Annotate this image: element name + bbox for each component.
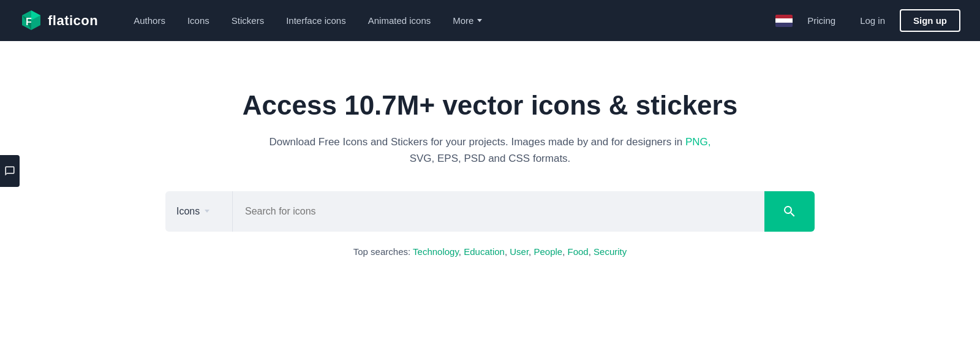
svg-text:F: F bbox=[26, 17, 32, 27]
search-button[interactable] bbox=[764, 191, 815, 232]
top-searches-label: Top searches: bbox=[353, 246, 410, 257]
nav-link-stickers[interactable]: Stickers bbox=[221, 0, 275, 41]
top-search-security[interactable]: Security bbox=[594, 246, 627, 257]
chevron-down-icon bbox=[477, 19, 482, 22]
nav-signup-button[interactable]: Sign up bbox=[900, 9, 960, 32]
search-bar: Icons bbox=[165, 191, 815, 232]
brand-logo-icon: F bbox=[20, 9, 43, 32]
search-icon bbox=[782, 204, 797, 219]
nav-link-interface-icons[interactable]: Interface icons bbox=[275, 0, 357, 41]
top-search-food[interactable]: Food bbox=[568, 246, 589, 257]
top-search-people[interactable]: People bbox=[533, 246, 562, 257]
nav-link-more[interactable]: More bbox=[442, 0, 493, 41]
nav-login-link[interactable]: Log in bbox=[850, 0, 895, 41]
hero-title: Access 10.7M+ vector icons & stickers bbox=[243, 90, 737, 121]
search-type-chevron-icon bbox=[205, 210, 209, 213]
nav-link-icons[interactable]: Icons bbox=[176, 0, 221, 41]
nav-link-authors[interactable]: Authors bbox=[123, 0, 176, 41]
hero-subtitle-png-link[interactable]: PNG, bbox=[685, 136, 711, 148]
nav-link-animated-icons[interactable]: Animated icons bbox=[357, 0, 442, 41]
hero-section: Access 10.7M+ vector icons & stickers Do… bbox=[0, 41, 980, 281]
navbar: F flaticon Authors Icons Stickers Interf… bbox=[0, 0, 980, 41]
feedback-icon bbox=[4, 165, 15, 177]
nav-pricing-link[interactable]: Pricing bbox=[797, 0, 845, 41]
brand-name: flaticon bbox=[48, 13, 98, 29]
hero-subtitle: Download Free Icons and Stickers for you… bbox=[257, 134, 723, 167]
nav-links: Authors Icons Stickers Interface icons A… bbox=[123, 0, 775, 41]
navbar-right: Pricing Log in Sign up bbox=[775, 0, 960, 41]
feedback-button[interactable] bbox=[0, 155, 20, 187]
brand-logo-link[interactable]: F flaticon bbox=[20, 9, 98, 32]
search-type-dropdown[interactable]: Icons bbox=[165, 191, 233, 232]
top-searches: Top searches: Technology, Education, Use… bbox=[353, 246, 627, 257]
search-type-label: Icons bbox=[176, 206, 200, 217]
top-search-education[interactable]: Education bbox=[464, 246, 505, 257]
top-search-technology[interactable]: Technology bbox=[413, 246, 459, 257]
top-search-user[interactable]: User bbox=[510, 246, 529, 257]
language-flag-icon[interactable] bbox=[775, 15, 793, 27]
search-input[interactable] bbox=[233, 191, 764, 232]
